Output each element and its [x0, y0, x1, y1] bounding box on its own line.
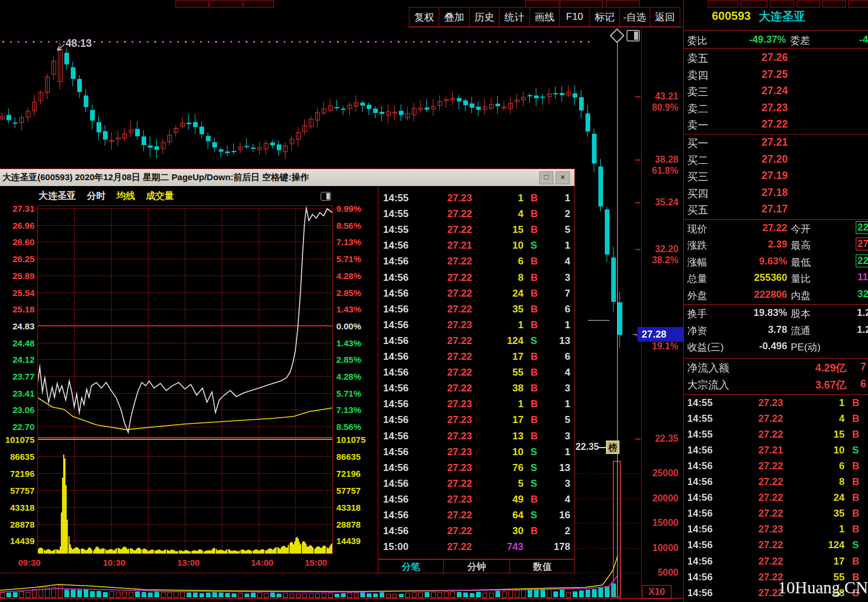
tab-分笔[interactable]: 分笔: [378, 560, 444, 574]
trade-row[interactable]: 14:5627.2235B: [684, 508, 868, 524]
tick-row[interactable]: 14:5627.225S3: [378, 477, 575, 493]
trade-row[interactable]: 14:5627.2255B: [684, 572, 868, 587]
tick-row[interactable]: 14:5627.2264S16: [378, 508, 575, 524]
tick-row[interactable]: 14:5627.231B1: [378, 318, 575, 334]
cutoff-button[interactable]: [175, 0, 209, 8]
bid-level-label: 买五: [687, 203, 708, 217]
tick-row[interactable]: 14:5627.2313B3: [378, 429, 575, 445]
trade-cell: B: [852, 492, 859, 504]
tick-volume: 743: [472, 541, 523, 553]
trade-row[interactable]: 14:5627.2238B: [684, 587, 868, 602]
tick-row[interactable]: 14:5627.2235B6: [378, 302, 575, 318]
time-axis-label: 09:30: [18, 558, 40, 567]
minute-pct-label: 0.00%: [336, 321, 361, 331]
tick-price: 27.22: [414, 288, 472, 300]
tick-row[interactable]: 14:5527.224B2: [378, 207, 575, 223]
tick-row[interactable]: 14:5627.231B1: [378, 397, 575, 413]
bid-price: 27.20: [736, 153, 788, 166]
divider: [684, 30, 868, 31]
cutoff-button[interactable]: [740, 0, 767, 8]
tick-side: B: [531, 256, 538, 267]
tick-side: B: [531, 525, 538, 537]
volume-axis-label: 15000: [638, 518, 678, 528]
tick-volume: 15: [472, 224, 523, 236]
tick-row[interactable]: 14:5527.2215B5: [378, 223, 575, 239]
toolbar-button-F10[interactable]: F10: [560, 7, 590, 27]
trade-cell: 14:56: [687, 445, 712, 456]
tick-row[interactable]: 14:5527.231B1: [378, 191, 575, 207]
cutoff-button[interactable]: [243, 0, 274, 8]
toolbar-button-返回[interactable]: 返回: [650, 7, 680, 27]
toolbar-button-统计[interactable]: 统计: [500, 7, 529, 27]
trade-row[interactable]: 14:5527.224B: [684, 413, 868, 429]
panel-toggle-icon[interactable]: [321, 192, 331, 201]
weicha-value-clipped: -4: [859, 34, 868, 46]
avg-line-legend[interactable]: 均线: [116, 191, 135, 201]
restore-window-button[interactable]: □: [539, 171, 553, 184]
tick-price: 27.21: [414, 240, 472, 252]
trade-row[interactable]: 14:5627.22124S: [684, 539, 868, 555]
tick-row[interactable]: 14:5627.2310S1: [378, 445, 575, 461]
quote-label: 涨跌: [687, 239, 707, 252]
quote-value: 255360: [726, 272, 787, 284]
trade-row[interactable]: 14:5627.2110S: [684, 445, 868, 460]
panel-toggle-icon[interactable]: [626, 30, 640, 42]
trade-row[interactable]: 14:5627.228B: [684, 476, 868, 492]
quote-value: 27.22: [726, 222, 787, 234]
tick-time: 14:56: [383, 367, 408, 379]
toolbar-button-画线[interactable]: 画线: [530, 7, 560, 27]
rank-tag[interactable]: 榜: [606, 441, 619, 454]
tick-row[interactable]: 14:5627.2110S1: [378, 239, 575, 254]
tick-volume: 24: [472, 288, 523, 300]
tick-row[interactable]: 14:5627.228B3: [378, 271, 575, 287]
minute-volume-label: 101075: [336, 435, 366, 445]
fib-pct-label: 38.2%: [638, 255, 678, 266]
mode-label[interactable]: 分时: [87, 191, 105, 201]
cutoff-button[interactable]: [822, 0, 846, 8]
tick-side: B: [531, 383, 538, 394]
tick-row[interactable]: 14:5627.2349B4: [378, 493, 575, 508]
cutoff-button[interactable]: [708, 0, 738, 8]
trade-row[interactable]: 14:5627.2224B: [684, 492, 868, 508]
high-price-annotation: 48.13: [66, 37, 92, 50]
tick-row[interactable]: 14:5627.2230B2: [378, 524, 575, 540]
toolbar-button-标记[interactable]: 标记: [590, 7, 620, 27]
tick-row[interactable]: 15:0027.22743178: [378, 540, 575, 556]
trade-row[interactable]: 14:5527.2215B: [684, 429, 868, 445]
tick-row[interactable]: 14:5627.226B4: [378, 254, 575, 270]
cutoff-button[interactable]: [209, 0, 243, 8]
popup-title-bar[interactable]: 大连圣亚(600593) 2020年12月08日 星期二 PageUp/Down…: [0, 169, 574, 186]
tick-row[interactable]: 14:5627.2376S13: [378, 461, 575, 477]
volume-axis-label: 10000: [638, 543, 678, 553]
trade-row[interactable]: 14:5627.2217B: [684, 556, 868, 572]
close-window-button[interactable]: ×: [556, 171, 570, 184]
toolbar-button-叠加[interactable]: 叠加: [439, 7, 469, 27]
tick-row[interactable]: 14:5627.2255B4: [378, 366, 575, 381]
tick-volume: 49: [472, 494, 523, 505]
tick-row[interactable]: 14:5627.2238B3: [378, 381, 575, 397]
trade-row[interactable]: 14:5627.226B: [684, 460, 868, 476]
tab-数值[interactable]: 数值: [510, 560, 575, 574]
cutoff-button[interactable]: [770, 0, 794, 8]
minute-volume-label: 43318: [336, 503, 361, 512]
tick-row[interactable]: 14:5627.2224B7: [378, 287, 575, 302]
trade-row[interactable]: 14:5527.231B: [684, 397, 868, 413]
trade-row[interactable]: 14:5627.231B: [684, 524, 868, 539]
volume-legend[interactable]: 成交量: [146, 191, 174, 201]
tick-price: 27.23: [414, 192, 472, 204]
tick-count: 4: [543, 494, 570, 505]
tab-分钟[interactable]: 分钟: [444, 560, 509, 574]
toolbar-button-复权[interactable]: 复权: [409, 7, 439, 27]
tick-row[interactable]: 14:5627.2217B6: [378, 350, 575, 366]
tick-price: 27.23: [414, 319, 472, 331]
tick-row[interactable]: 14:5627.22124S13: [378, 334, 575, 350]
weicha-label: 委差: [790, 34, 810, 47]
toolbar-button-历史[interactable]: 历史: [470, 7, 500, 27]
quote-value: 222806: [726, 289, 787, 301]
tick-count: 1: [543, 240, 570, 252]
toolbar-button--自选[interactable]: -自选: [620, 7, 650, 27]
cutoff-button[interactable]: [797, 0, 820, 8]
tick-row[interactable]: 14:5627.2317B5: [378, 413, 575, 429]
cutoff-button[interactable]: [848, 0, 868, 8]
stock-name-label: 大连圣亚: [39, 191, 76, 201]
